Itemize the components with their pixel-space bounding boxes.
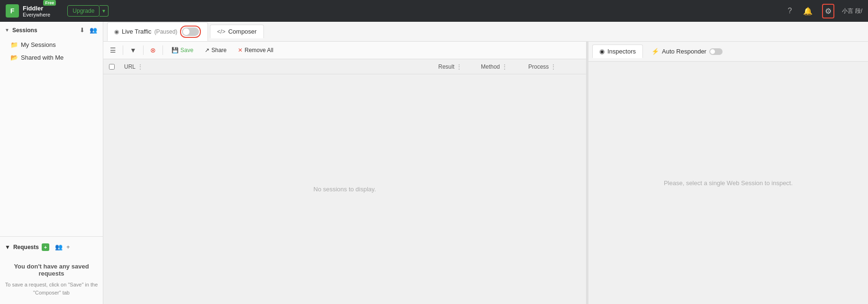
right-panel-body: Please, select a single Web Session to i… xyxy=(588,62,868,304)
my-sessions-label: My Sessions xyxy=(21,41,56,48)
table-header: URL ⋮ Result ⋮ Method ⋮ Process xyxy=(103,59,586,74)
requests-add-button[interactable]: + xyxy=(42,243,49,251)
auto-responder-label: Auto Responder xyxy=(662,48,706,55)
process-col-more[interactable]: ⋮ xyxy=(551,63,556,70)
inspect-message: Please, select a single Web Session to i… xyxy=(664,179,793,187)
save-icon: 💾 xyxy=(172,47,179,54)
sidebar-item-my-sessions[interactable]: 📁 My Sessions xyxy=(0,38,103,51)
requests-empty-state: You don't have any saved requests To sav… xyxy=(0,255,103,304)
tab-composer[interactable]: </> Composer xyxy=(210,25,263,38)
col-method-header: Method ⋮ xyxy=(477,63,524,70)
share-button[interactable]: ↗ Share xyxy=(200,45,231,55)
inspectors-icon: ◉ xyxy=(599,48,605,55)
user-label: 小言 段/ xyxy=(842,7,862,15)
sessions-download-button[interactable]: ⬇ xyxy=(79,26,86,35)
upgrade-dropdown[interactable]: ▾ xyxy=(99,5,108,17)
share-label: Share xyxy=(211,47,226,54)
upgrade-button[interactable]: Upgrade xyxy=(67,5,99,17)
table-body: No sessions to display. xyxy=(103,74,586,304)
save-button[interactable]: 💾 Save xyxy=(167,45,198,55)
toolbar: ☰ ▼ ⊗ 💾 Save ↗ Share ✕ xyxy=(103,42,586,59)
tab-bar: ◉ Live Traffic (Paused) </> Composer xyxy=(103,22,868,42)
help-button[interactable]: ? xyxy=(786,5,794,17)
content-area: ◉ Live Traffic (Paused) </> Composer ☰ xyxy=(103,22,868,304)
share-icon: ↗ xyxy=(205,47,209,54)
shared-with-me-label: Shared with Me xyxy=(21,54,63,61)
sidebar: ▼ Sessions ⬇ 👥 📁 My Sessions 📂 Shared wi… xyxy=(0,22,103,304)
separator-3 xyxy=(163,45,163,55)
col-checkbox xyxy=(103,64,120,70)
col-result-header: Result ⋮ xyxy=(434,63,477,70)
method-col-label: Method xyxy=(481,63,500,70)
requests-section-header: ▼ Requests + 👥 + xyxy=(0,239,103,255)
live-traffic-icon: ◉ xyxy=(114,28,119,35)
sessions-share-button[interactable]: 👥 xyxy=(89,26,98,35)
horizontal-split: ☰ ▼ ⊗ 💾 Save ↗ Share ✕ xyxy=(103,42,868,304)
live-traffic-toggle-wrapper xyxy=(180,26,201,38)
requests-share-button[interactable]: 👥 xyxy=(54,242,63,251)
sidebar-item-shared-with-me[interactable]: 📂 Shared with Me xyxy=(0,51,103,64)
folder-icon: 📁 xyxy=(10,41,18,48)
requests-empty-title: You don't have any saved requests xyxy=(5,263,98,277)
settings-button[interactable]: ⚙ xyxy=(822,4,834,18)
tab-inspectors[interactable]: ◉ Inspectors xyxy=(592,45,643,58)
auto-responder-icon: ⚡ xyxy=(651,48,659,55)
sessions-chevron: ▼ xyxy=(5,27,9,33)
logo-icon: F xyxy=(6,4,19,18)
requests-empty-desc: To save a request, click on "Save" in th… xyxy=(5,281,98,296)
url-col-more[interactable]: ⋮ xyxy=(137,63,143,70)
requests-new-button[interactable]: + xyxy=(65,242,71,251)
no-sessions-message: No sessions to display. xyxy=(314,186,376,193)
auto-responder-toggle[interactable] xyxy=(709,48,723,55)
tab-live-traffic[interactable]: ◉ Live Traffic (Paused) xyxy=(107,22,208,41)
header-right: ? 🔔 ⚙ 小言 段/ xyxy=(786,4,862,18)
select-all-checkbox[interactable] xyxy=(109,64,115,70)
header: F Fiddler Free Everywhere Upgrade ▾ ? 🔔 … xyxy=(0,0,868,22)
result-col-more[interactable]: ⋮ xyxy=(456,63,462,70)
requests-chevron: ▼ xyxy=(5,244,10,250)
separator-2 xyxy=(143,45,144,55)
filter-remove-button[interactable]: ⊗ xyxy=(147,45,159,56)
url-col-label: URL xyxy=(124,63,136,70)
composer-icon: </> xyxy=(217,28,225,35)
bell-icon: 🔔 xyxy=(803,7,813,16)
right-tab-bar: ◉ Inspectors ⚡ Auto Responder xyxy=(588,42,868,62)
method-col-more[interactable]: ⋮ xyxy=(502,63,507,70)
main-layout: ▼ Sessions ⬇ 👥 📁 My Sessions 📂 Shared wi… xyxy=(0,22,868,304)
live-traffic-tab-label: Live Traffic xyxy=(122,28,152,35)
right-panel: ◉ Inspectors ⚡ Auto Responder Please, se… xyxy=(588,42,868,304)
result-col-label: Result xyxy=(438,63,454,70)
shared-icon: 📂 xyxy=(10,54,18,61)
remove-icon: ✕ xyxy=(238,47,243,54)
col-process-header: Process ⋮ xyxy=(524,63,586,70)
live-traffic-paused: (Paused) xyxy=(154,28,178,35)
settings-icon: ⚙ xyxy=(825,7,832,16)
sessions-actions: ⬇ 👥 xyxy=(79,26,98,35)
sessions-table: URL ⋮ Result ⋮ Method ⋮ Process xyxy=(103,59,586,304)
hamburger-button[interactable]: ☰ xyxy=(107,45,119,56)
remove-all-button[interactable]: ✕ Remove All xyxy=(233,45,278,55)
sidebar-divider xyxy=(0,236,103,237)
sessions-label: Sessions xyxy=(12,27,37,34)
app-name: Fiddler xyxy=(23,5,43,12)
app-subtitle: Everywhere xyxy=(23,12,56,18)
live-traffic-toggle[interactable] xyxy=(182,27,199,36)
left-panel: ☰ ▼ ⊗ 💾 Save ↗ Share ✕ xyxy=(103,42,587,304)
tab-auto-responder[interactable]: ⚡ Auto Responder xyxy=(645,45,729,58)
sessions-section-header: ▼ Sessions ⬇ 👥 xyxy=(0,22,103,38)
filter-button[interactable]: ▼ xyxy=(127,45,139,56)
requests-label: Requests xyxy=(13,244,39,250)
composer-tab-label: Composer xyxy=(228,28,257,35)
separator-1 xyxy=(123,45,123,55)
remove-all-label: Remove All xyxy=(244,47,273,54)
process-col-label: Process xyxy=(528,63,549,70)
help-icon: ? xyxy=(787,7,792,15)
logo: F Fiddler Free Everywhere xyxy=(6,4,56,18)
notifications-button[interactable]: 🔔 xyxy=(801,5,814,18)
inspectors-label: Inspectors xyxy=(607,48,636,55)
free-badge: Free xyxy=(43,0,56,6)
col-url-header: URL ⋮ xyxy=(120,63,434,70)
save-label: Save xyxy=(181,47,193,54)
